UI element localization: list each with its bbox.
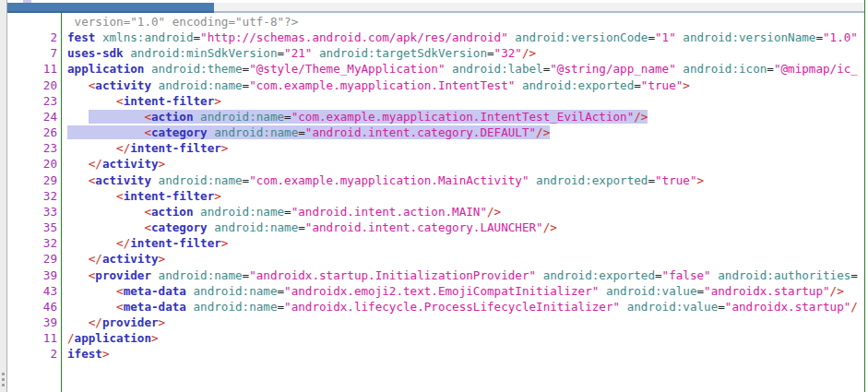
code-token: action <box>151 205 194 219</box>
code-token: android:name <box>194 284 278 298</box>
line-number: 7 <box>7 45 62 61</box>
code-token: intent-filter <box>124 189 215 203</box>
code-text[interactable]: version="1.0" encoding="utf-8"?> <box>62 14 864 30</box>
code-text[interactable]: <intent-filter> <box>62 188 864 204</box>
code-token: "false" <box>662 268 711 282</box>
code-token: < <box>116 189 124 203</box>
line-number: 35 <box>7 220 62 235</box>
code-text[interactable]: </intent-filter> <box>62 235 864 251</box>
code-token: "android.intent.category.LAUNCHER" <box>305 220 543 234</box>
code-token: android:targetSdkVersion <box>319 46 487 60</box>
code-line[interactable]: 23 <intent-filter> <box>7 93 864 109</box>
code-token: android:name <box>159 173 243 187</box>
code-text[interactable]: <activity android:name="com.example.myap… <box>62 77 864 93</box>
code-text[interactable]: </intent-filter> <box>62 140 864 156</box>
code-line[interactable]: 20 </activity> <box>7 156 864 172</box>
code-token <box>95 30 102 44</box>
code-line[interactable]: 23 </intent-filter> <box>7 140 864 156</box>
code-token: < <box>144 205 151 219</box>
code-text[interactable]: <action android:name="android.intent.act… <box>62 204 864 220</box>
code-line[interactable]: 2ifest> <box>7 346 864 362</box>
code-text[interactable]: <provider android:name="androidx.startup… <box>62 267 864 283</box>
code-token: "com.example.myapplication.MainActivity" <box>249 173 529 187</box>
code-line[interactable]: 43 <meta-data android:name="androidx.emo… <box>7 283 864 299</box>
code-token: "androidx.emoji2.text.EmojiCompatInitial… <box>284 284 599 298</box>
code-line[interactable]: 39 </provider> <box>7 315 864 330</box>
code-token: < <box>116 300 124 314</box>
code-token: > <box>221 236 229 250</box>
code-token: "true" <box>655 173 697 187</box>
code-token <box>67 268 89 282</box>
code-token: "32" <box>494 46 522 60</box>
code-line[interactable]: 29 <activity android:name="com.example.m… <box>7 172 864 188</box>
code-token: android:name <box>159 268 243 282</box>
line-number: 29 <box>7 251 62 267</box>
code-line[interactable]: 29 </activity> <box>7 251 864 267</box>
code-token <box>312 46 319 60</box>
code-line[interactable]: 46 <meta-data android:name="androidx.lif… <box>7 299 864 315</box>
code-line[interactable]: 39 <provider android:name="androidx.star… <box>7 267 864 283</box>
code-line[interactable]: version="1.0" encoding="utf-8"?> <box>7 14 864 30</box>
code-token: "android.intent.category.DEFAULT" <box>305 125 536 139</box>
code-token <box>536 268 543 282</box>
code-token <box>67 110 89 124</box>
code-text[interactable]: <meta-data android:name="androidx.emoji2… <box>62 283 864 299</box>
code-text[interactable]: </activity> <box>62 251 864 267</box>
code-text[interactable]: uses-sdk android:minSdkVersion="21" andr… <box>62 45 864 61</box>
code-text[interactable]: ifest> <box>62 346 864 362</box>
line-number: 2 <box>7 346 62 362</box>
code-token: < <box>144 110 151 124</box>
code-line[interactable]: 33 <action android:name="android.intent.… <box>7 204 864 220</box>
code-token: = <box>815 30 823 44</box>
code-token <box>194 110 201 124</box>
code-token: activity <box>95 78 151 92</box>
code-text[interactable]: <intent-filter> <box>62 93 864 109</box>
code-token: "http://schemas.android.com/apk/res/andr… <box>200 30 508 44</box>
code-text[interactable]: /application> <box>62 330 864 346</box>
code-editor[interactable]: version="1.0" encoding="utf-8"?>2fest xm… <box>7 11 864 392</box>
code-text[interactable]: <category android:name="android.intent.c… <box>62 125 864 140</box>
code-token <box>67 189 116 203</box>
code-line[interactable]: 11application android:theme="@style/Them… <box>7 61 864 77</box>
gutter-rule <box>61 11 62 392</box>
code-line[interactable]: 24 <action android:name="com.example.mya… <box>7 109 864 125</box>
code-token: category <box>151 220 208 234</box>
code-line[interactable]: 20 <activity android:name="com.example.m… <box>7 77 864 93</box>
code-line[interactable]: 7uses-sdk android:minSdkVersion="21" and… <box>7 45 864 61</box>
code-text[interactable]: </activity> <box>62 156 864 172</box>
code-token: </ <box>116 141 130 155</box>
code-text[interactable]: <meta-data android:name="androidx.lifecy… <box>62 299 864 315</box>
code-token: > <box>102 347 110 361</box>
splitter-grip-dot <box>2 378 5 381</box>
code-token: activity <box>102 252 159 266</box>
code-token: = <box>648 173 655 187</box>
code-line[interactable]: 2fest xmlns:android="http://schemas.andr… <box>7 30 864 45</box>
code-token: android:minSdkVersion <box>130 46 277 60</box>
code-text[interactable]: <action android:name="com.example.myappl… <box>62 109 864 125</box>
code-text[interactable]: </provider> <box>62 315 864 330</box>
code-text[interactable]: application android:theme="@style/Theme_… <box>62 61 864 77</box>
code-token: "@style/Theme_MyApplication" <box>249 62 445 76</box>
code-token: = <box>655 268 662 282</box>
code-text[interactable]: fest xmlns:android="http://schemas.andro… <box>62 30 864 45</box>
code-token <box>67 141 116 155</box>
code-token: = <box>648 30 655 44</box>
code-line[interactable]: 35 <category android:name="android.inten… <box>7 220 864 235</box>
code-text[interactable]: <activity android:name="com.example.myap… <box>62 172 864 188</box>
splitter-grip-dot <box>2 384 5 386</box>
code-token <box>67 252 89 266</box>
line-number: 24 <box>7 109 62 125</box>
code-token: uses-sdk <box>67 46 124 60</box>
code-line[interactable]: 11/application> <box>7 330 864 346</box>
code-line[interactable]: 32 <intent-filter> <box>7 188 864 204</box>
code-token: xmlns:android <box>102 30 194 44</box>
code-line[interactable]: 26 <category android:name="android.inten… <box>7 125 864 140</box>
left-splitter-bar[interactable] <box>0 0 7 392</box>
code-token <box>67 220 144 234</box>
code-token: /> <box>536 125 550 139</box>
code-token: /> <box>522 46 536 60</box>
code-line[interactable]: 32 </intent-filter> <box>7 235 864 251</box>
code-text[interactable]: <category android:name="android.intent.c… <box>62 220 864 235</box>
code-token <box>186 284 194 298</box>
code-token <box>620 300 627 314</box>
